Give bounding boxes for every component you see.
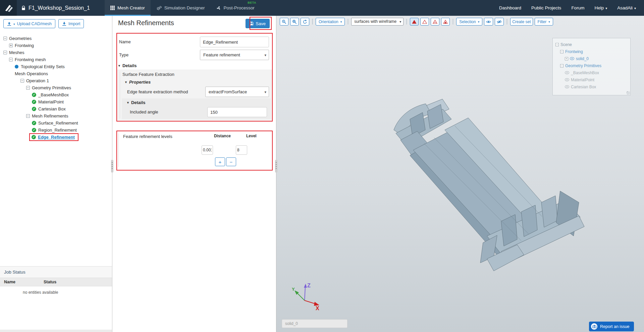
type-select[interactable]: Feature refinement <box>200 50 269 60</box>
scene-item-cartesian-box[interactable]: Cartesian Box <box>555 83 629 90</box>
tree-item-mesh-operations[interactable]: Mesh Operations <box>0 70 109 77</box>
collapse-icon[interactable]: − <box>3 37 7 40</box>
zoom-window-button[interactable] <box>290 18 299 26</box>
front-wing-model[interactable] <box>374 83 592 294</box>
orientation-dropdown[interactable]: Orientation <box>316 18 345 26</box>
toolbar-separator <box>507 19 507 25</box>
collapse-icon[interactable]: − <box>3 51 7 54</box>
properties-section-header[interactable]: Properties <box>124 80 151 85</box>
scene-item-solid-0[interactable]: +solid_0 <box>555 55 629 62</box>
tree-item-frontwing[interactable]: +Frontwing <box>0 42 109 49</box>
app-logo[interactable] <box>0 0 17 16</box>
details-section-header[interactable]: Details <box>118 63 137 68</box>
scene-item-label: Frontwing <box>565 49 583 54</box>
collapse-icon[interactable]: − <box>26 86 30 90</box>
tree-item-basemeshbox[interactable]: ✓_BaseMeshBox <box>0 91 109 98</box>
scene-item-materialpoint[interactable]: MaterialPoint <box>555 76 629 83</box>
tree-item-region-refinement[interactable]: ✓Region_Refinement <box>0 127 109 134</box>
level-input[interactable] <box>236 145 247 155</box>
report-issue-button[interactable]: Report an issue <box>589 322 634 331</box>
selection-dropdown[interactable]: Selection <box>456 18 482 26</box>
create-set-button[interactable]: Create set <box>510 18 533 26</box>
panel-splitter-grip[interactable] <box>275 160 277 173</box>
triangle-display-button-3[interactable] <box>431 18 439 26</box>
remove-level-button[interactable]: − <box>226 157 236 166</box>
scene-item-basemeshbox[interactable]: _BaseMeshBox <box>555 69 629 76</box>
collapse-icon[interactable]: − <box>26 114 30 118</box>
collapse-icon[interactable]: − <box>555 43 559 46</box>
tree-item-topological-entity-sets[interactable]: Topological Entity Sets <box>0 63 109 70</box>
triangle-line-icon <box>433 20 437 24</box>
filter-dropdown[interactable]: Filter <box>535 18 553 26</box>
axis-x-label: X <box>316 305 319 311</box>
tree-item-edge-refinement[interactable]: ✓Edge_Refinement <box>0 134 109 141</box>
tree-item-label: Geometry Primitives <box>32 85 71 90</box>
sidebar-hscrollbar[interactable] <box>0 330 112 332</box>
solid-name-field[interactable]: solid_0 <box>282 319 347 328</box>
scene-item-scene[interactable]: −Scene <box>555 41 629 48</box>
tree-item-geometries[interactable]: −Geometries <box>0 35 109 42</box>
sidebar-actions: Upload CAD/mesh Import <box>0 16 112 31</box>
upload-cad-button[interactable]: Upload CAD/mesh <box>3 19 55 28</box>
scene-item-frontwing[interactable]: −Frontwing <box>555 48 629 55</box>
project-title: F1_Workshop_Session_1 <box>29 5 90 11</box>
tab-simulation-designer[interactable]: Simulation Designer <box>151 0 211 16</box>
tree-item-mesh-refinements[interactable]: −Mesh Refinements <box>0 112 109 120</box>
method-select[interactable]: extractFromSurface <box>205 87 269 97</box>
hide-selected-button[interactable] <box>495 18 504 26</box>
triangle-display-button-1[interactable] <box>410 18 419 26</box>
scene-item-geometry-primitives[interactable]: −Geometry Primitives <box>555 62 629 69</box>
import-button[interactable]: Import <box>58 19 84 28</box>
eye-slash-icon <box>497 20 502 23</box>
eye-icon[interactable] <box>565 85 569 88</box>
nav-forum[interactable]: Forum <box>571 5 584 10</box>
tree-item-frontwing-mesh[interactable]: −Frontwing mesh <box>0 56 109 63</box>
tab-post-processor[interactable]: BETA Post-Processor <box>211 0 260 16</box>
tree-item-cartesian-box[interactable]: ✓Cartesian Box <box>0 105 109 112</box>
tree-item-operation-1[interactable]: −Operation 1 <box>0 77 109 84</box>
zoom-in-button[interactable] <box>280 18 288 26</box>
scene-tree: −Scene−Frontwing+solid_0−Geometry Primit… <box>552 38 631 95</box>
eye-icon[interactable] <box>570 57 574 60</box>
project-header: F1_Workshop_Session_1 <box>21 5 90 11</box>
nav-public-projects[interactable]: Public Projects <box>531 5 561 10</box>
nav-dashboard[interactable]: Dashboard <box>499 5 521 10</box>
indent-guide <box>120 72 120 118</box>
tree-item-surface-refinement[interactable]: ✓Surface_Refinement <box>0 120 109 127</box>
render-mode-select[interactable]: surfaces with wireframe <box>351 18 404 26</box>
tree-item-label: Operation 1 <box>26 78 49 83</box>
name-input[interactable] <box>200 37 269 47</box>
top-navbar: F1_Workshop_Session_1 Mesh Creator Simul… <box>0 0 644 16</box>
eye-icon[interactable] <box>565 71 569 74</box>
expand-icon[interactable]: + <box>565 57 568 60</box>
angle-input[interactable] <box>207 107 267 117</box>
collapse-icon[interactable]: − <box>9 58 13 61</box>
tree-item-label: Geometries <box>9 36 32 41</box>
nav-user-menu[interactable]: AsadAli <box>617 5 636 10</box>
collapse-icon[interactable]: − <box>20 79 24 83</box>
save-button[interactable]: Save <box>246 19 270 28</box>
tab-mesh-creator[interactable]: Mesh Creator <box>105 0 151 16</box>
levels-title: Feature refinement levels <box>123 134 172 139</box>
viewport-3d[interactable]: Orientation surfaces with wireframe <box>276 16 644 332</box>
nav-help-menu[interactable]: Help <box>594 5 607 10</box>
expand-icon[interactable]: + <box>9 44 13 47</box>
tree-item-label: MaterialPoint <box>38 99 64 104</box>
triangle-display-button-4[interactable] <box>441 18 450 26</box>
angle-label: Included angle <box>130 107 158 117</box>
sidebar-splitter-grip[interactable] <box>111 160 113 173</box>
tree-item-label: _BaseMeshBox <box>38 92 69 97</box>
show-selected-button[interactable] <box>484 18 493 26</box>
inner-details-header[interactable]: Details <box>126 100 146 105</box>
eye-icon[interactable] <box>565 78 569 81</box>
tree-item-materialpoint[interactable]: ✓MaterialPoint <box>0 98 109 105</box>
distance-input[interactable] <box>202 145 213 155</box>
triangle-display-button-2[interactable] <box>420 18 429 26</box>
add-level-button[interactable]: + <box>215 157 225 166</box>
tree-item-meshes[interactable]: −Meshes <box>0 49 109 56</box>
collapse-icon[interactable]: − <box>560 64 564 67</box>
tree-item-label: Region_Refinement <box>38 128 77 133</box>
collapse-icon[interactable]: − <box>560 50 564 53</box>
tree-item-geometry-primitives[interactable]: −Geometry Primitives <box>0 84 109 91</box>
reset-view-button[interactable] <box>301 18 309 26</box>
